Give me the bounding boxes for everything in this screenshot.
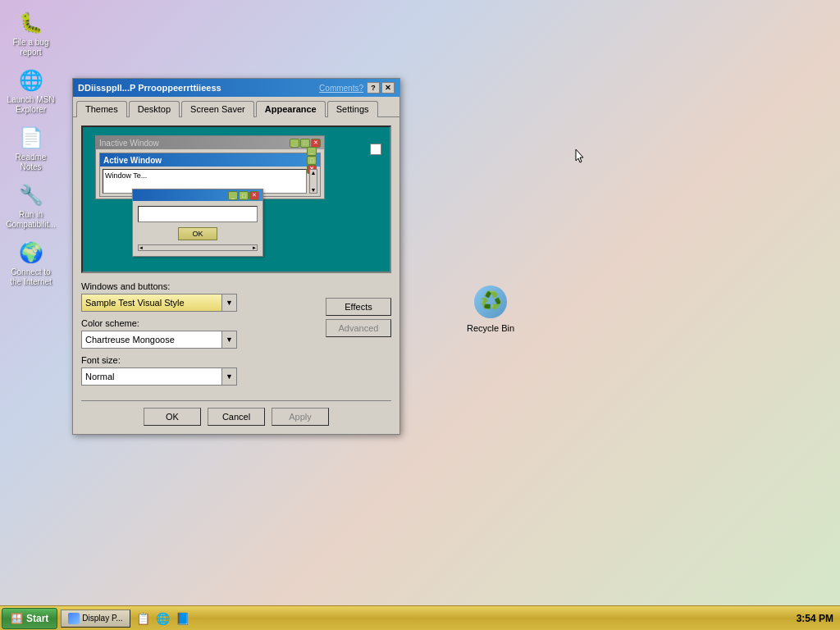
- sidebar-item-readme[interactable]: 📄 Readme Notes: [3, 121, 59, 176]
- msn-icon: 🌐: [18, 67, 44, 94]
- internet-icon: 🌍: [18, 240, 44, 266]
- nested-max-icon: □: [239, 191, 249, 200]
- apply-button[interactable]: Apply: [272, 408, 329, 426]
- sidebar-item-msn[interactable]: 🌐 Launch MSN Explorer: [3, 64, 59, 118]
- preview-nested-dialog: _ □ ✕ OK ◄ ►: [132, 189, 263, 257]
- tab-themes[interactable]: Themes: [76, 101, 127, 117]
- tab-appearance[interactable]: Appearance: [256, 101, 326, 117]
- preview-ok-button[interactable]: OK: [178, 227, 217, 240]
- preview-ok-wrapper: OK: [138, 226, 258, 242]
- nested-cls-icon: ✕: [249, 191, 259, 200]
- preview-inactive-titlebar: Inactive Window _ □ ✕: [96, 136, 324, 149]
- prev-max-icon: □: [307, 156, 317, 165]
- svg-text:♻️: ♻️: [480, 290, 503, 312]
- taskbar-icon-1[interactable]: 📋: [135, 610, 152, 627]
- preview-box: Inactive Window _ □ ✕ Active Window: [81, 126, 391, 273]
- windows-style-value: Sample Test Visual Style: [85, 298, 185, 308]
- tab-screensaver[interactable]: Screen Saver: [181, 101, 254, 117]
- controls-left: Windows and buttons: Sample Test Visual …: [81, 281, 317, 392]
- color-scheme-label: Color scheme:: [81, 318, 317, 328]
- sidebar-item-bug-report[interactable]: 🐛 File a bug report: [3, 7, 59, 61]
- help-button[interactable]: ?: [367, 82, 380, 94]
- tab-desktop[interactable]: Desktop: [129, 101, 180, 117]
- preview-nested-body: OK ◄ ►: [133, 201, 262, 256]
- tab-settings[interactable]: Settings: [327, 101, 378, 117]
- tabs-bar: Themes Desktop Screen Saver Appearance S…: [73, 97, 399, 117]
- preview-active-title-text: Active Window: [103, 156, 162, 165]
- preview-nested-titlebar: _ □ ✕: [133, 189, 262, 201]
- color-scheme-dropdown-wrapper: Chartreuse Mongoose ▼: [81, 331, 317, 349]
- preview-hscrollbar: ◄ ►: [138, 244, 258, 251]
- taskbar-icon-2[interactable]: 🌐: [155, 610, 171, 627]
- compat-label: Run in Compatibilit...: [6, 210, 56, 230]
- controls-section: Windows and buttons: Sample Test Visual …: [81, 281, 391, 392]
- sidebar-item-internet[interactable]: 🌍 Connect to the Internet: [3, 236, 59, 290]
- start-label: Start: [26, 613, 48, 624]
- dialog-title: DDiissppll...P Prrooppeerrttiieess: [78, 83, 319, 93]
- font-size-dropdown[interactable]: Normal ▼: [81, 368, 237, 386]
- taskbar-display-properties[interactable]: Display P...: [61, 609, 130, 628]
- prev-min-icon: _: [307, 147, 317, 156]
- nested-min-icon: _: [228, 191, 238, 200]
- recycle-bin[interactable]: ♻️ Recycle Bin: [463, 279, 518, 336]
- windows-style-dropdown[interactable]: Sample Test Visual Style ▼: [81, 294, 237, 312]
- taskbar-window-label: Display P...: [82, 614, 122, 623]
- dialog-titlebar: DDiissppll...P Prrooppeerrttiieess Comme…: [73, 79, 399, 97]
- start-icon: 🪟: [11, 613, 23, 624]
- effects-button[interactable]: Effects: [326, 298, 391, 316]
- close-button[interactable]: ✕: [381, 82, 395, 94]
- msn-label: Launch MSN Explorer: [7, 95, 55, 115]
- bug-report-label: File a bug report: [13, 38, 49, 57]
- preview-scrollbars: ◄ ►: [138, 244, 258, 251]
- compat-icon: 🔧: [18, 182, 44, 208]
- preview-checkbox: [370, 144, 381, 155]
- title-buttons: ? ✕: [367, 82, 395, 94]
- internet-label: Connect to the Internet: [10, 267, 52, 287]
- font-size-value: Normal: [85, 372, 114, 381]
- windows-buttons-label: Windows and buttons:: [81, 281, 317, 291]
- advanced-button[interactable]: Advanced: [326, 319, 391, 337]
- taskbar: 🪟 Start Display P... 📋 🌐 📘 3:54 PM: [0, 605, 840, 630]
- comments-link[interactable]: Comments?: [319, 84, 363, 93]
- color-scheme-value: Chartreuse Mongoose: [85, 335, 175, 345]
- font-size-label: Font size:: [81, 355, 317, 365]
- controls-right: Effects Advanced: [326, 281, 391, 392]
- cancel-button[interactable]: Cancel: [208, 408, 265, 426]
- sidebar: 🐛 File a bug report 🌐 Launch MSN Explore…: [0, 0, 62, 605]
- windows-style-arrow-icon[interactable]: ▼: [221, 294, 236, 311]
- sidebar-item-compat[interactable]: 🔧 Run in Compatibilit...: [3, 179, 59, 233]
- bug-report-icon: 🐛: [18, 10, 44, 36]
- preview-nested-content: [138, 206, 258, 222]
- preview-inactive-title-text: Inactive Window: [99, 139, 159, 148]
- readme-icon: 📄: [18, 125, 44, 151]
- font-size-arrow-icon[interactable]: ▼: [221, 368, 236, 385]
- dialog-window: DDiissppll...P Prrooppeerrttiieess Comme…: [72, 78, 400, 435]
- ok-button[interactable]: OK: [144, 408, 201, 426]
- font-size-dropdown-wrapper: Normal ▼: [81, 368, 317, 386]
- start-button[interactable]: 🪟 Start: [2, 608, 57, 629]
- preview-active-titlebar: Active Window _ □ ✕: [100, 153, 320, 167]
- dialog-content: Inactive Window _ □ ✕ Active Window: [73, 117, 399, 434]
- color-scheme-arrow-icon[interactable]: ▼: [221, 331, 236, 348]
- bottom-buttons: OK Cancel Apply: [81, 400, 391, 426]
- readme-label: Readme Notes: [5, 153, 57, 172]
- color-scheme-dropdown[interactable]: Chartreuse Mongoose ▼: [81, 331, 237, 349]
- desktop: 🐛 File a bug report 🌐 Launch MSN Explore…: [0, 0, 840, 630]
- preview-nested-buttons: _ □ ✕: [228, 191, 259, 200]
- taskbar-icon-3[interactable]: 📘: [175, 610, 191, 627]
- taskbar-system-icons: 📋 🌐 📘: [135, 610, 191, 627]
- cursor: [574, 148, 584, 162]
- taskbar-time: 3:54 PM: [797, 613, 833, 624]
- preview-minimize-icon: _: [290, 139, 299, 148]
- recycle-bin-icon: ♻️: [471, 282, 510, 322]
- preview-scrollbar: ▲ ▼: [309, 169, 317, 194]
- display-properties-icon: [68, 613, 80, 624]
- windows-style-dropdown-wrapper: Sample Test Visual Style ▼: [81, 294, 317, 312]
- recycle-bin-label: Recycle Bin: [467, 323, 514, 333]
